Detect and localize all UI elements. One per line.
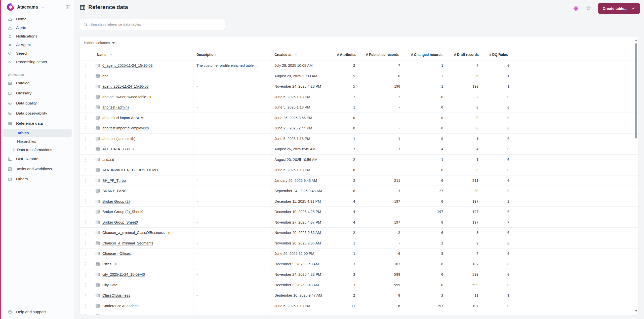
table-name-link[interactable]: Conference Attendees [102, 304, 139, 308]
table-name-link[interactable]: city_2025-11-24_15-09-40 [102, 272, 145, 276]
row-menu-kebab-icon[interactable] [80, 175, 92, 186]
row-menu-kebab-icon[interactable] [80, 155, 92, 165]
table-name-link[interactable]: aho test (jane.smith) [102, 137, 135, 141]
row-created-at-cell: June 25, 2025 3:56 PM [271, 113, 334, 123]
row-menu-kebab-icon[interactable] [80, 249, 92, 259]
row-menu-kebab-icon[interactable] [80, 144, 92, 154]
header-cell-dq-rules[interactable]: # DQ Rules [486, 49, 517, 60]
table-name-link[interactable]: ClassOfBusiness [102, 293, 130, 297]
row-menu-kebab-icon[interactable] [80, 81, 92, 92]
row-name-cell: Broker Group (2)_Sheet0 [92, 207, 193, 217]
table-name-link[interactable]: 0_agent_2025-11-24_15-10-03 [102, 63, 153, 67]
row-menu-kebab-icon[interactable] [80, 228, 92, 238]
row-menu-kebab-icon[interactable] [80, 196, 92, 207]
header-cell-published-records[interactable]: # Published records [363, 49, 408, 60]
sidebar-item-tasks-workflows[interactable]: Tasks and workflows [0, 164, 74, 174]
row-menu-kebab-icon[interactable] [80, 113, 92, 123]
table-row: aho od_owner owned table - June 5, 2025 … [80, 92, 638, 102]
sidebar-item-reference-data[interactable]: Reference data [0, 118, 74, 128]
row-created-at-cell [271, 311, 334, 315]
sidebar-item-search[interactable]: Search [0, 49, 74, 58]
table-name-link[interactable]: ALL_DATA_TYPES [102, 147, 134, 151]
row-published-cell: 197 [363, 217, 408, 228]
table-name-link[interactable]: asdasd [102, 158, 114, 162]
row-dq-rules-cell: 0 [486, 207, 517, 217]
favorite-star-icon[interactable] [585, 5, 592, 12]
sidebar-item-notifications[interactable]: Notifications [0, 32, 74, 41]
row-published-cell: - [363, 155, 408, 165]
row-menu-kebab-icon[interactable] [80, 238, 92, 249]
table-name-link[interactable]: aho test ci import ALBUM [102, 116, 144, 120]
row-menu-kebab-icon[interactable] [80, 301, 92, 311]
row-menu-kebab-icon[interactable] [80, 269, 92, 280]
row-draft-cell: 599 [451, 269, 486, 280]
table-name-link[interactable]: Chaucer - Offices [102, 252, 131, 256]
table-name-link[interactable]: ATA_INVALID_RECORDS_DEMO [102, 168, 158, 172]
ai-assistant-diamond-icon[interactable] [573, 5, 579, 12]
sidebar-item-home[interactable]: Home [0, 15, 74, 23]
row-menu-kebab-icon[interactable] [80, 123, 92, 133]
row-menu-kebab-icon[interactable] [80, 165, 92, 175]
header-cell-changed-records[interactable]: # Changed records [408, 49, 451, 60]
table-name-link[interactable]: Chaucer_a_minimal_Segments [102, 241, 153, 245]
sidebar-item-data-observability[interactable]: Data observability [0, 108, 74, 118]
row-menu-kebab-icon[interactable] [80, 217, 92, 228]
row-menu-kebab-icon[interactable] [80, 311, 92, 315]
header-cell-created-at[interactable]: Created at [271, 49, 334, 60]
sidebar-item-one-reports[interactable]: ONE Reports [0, 154, 74, 164]
table-name-link[interactable]: Cities [102, 262, 111, 266]
sidebar-item-others[interactable]: Others [0, 174, 74, 184]
table-name-link[interactable]: Chaucer_a_minimal_ClassOfBusiness [102, 231, 165, 235]
row-attributes-cell: 5 [334, 71, 363, 81]
sidebar-item-ai-agent[interactable]: AI Agent [0, 41, 74, 49]
table-name-link[interactable]: Broker Group (2) [102, 199, 130, 203]
header-cell-draft-records[interactable]: # Draft records [451, 49, 486, 60]
header-cell-attributes[interactable]: # Attributes [334, 49, 363, 60]
sidebar-subitem-hierarchies[interactable]: Hierarchies [0, 137, 74, 146]
help-and-support-button[interactable]: Help and support [0, 305, 74, 319]
table-name-link[interactable]: City Data [102, 283, 117, 287]
row-menu-kebab-icon[interactable] [80, 290, 92, 301]
help-icon [8, 310, 12, 314]
row-menu-kebab-icon[interactable] [80, 280, 92, 290]
table-name-link[interactable]: abc [102, 74, 108, 78]
row-menu-kebab-icon[interactable] [80, 186, 92, 196]
sidebar-item-processing-center[interactable]: Processing center [0, 58, 74, 66]
table-name-link[interactable]: aho test import ci employees [102, 126, 149, 130]
scroll-down-arrow-icon[interactable] [635, 310, 637, 312]
hidden-columns-caret-icon[interactable] [112, 42, 115, 44]
row-description-cell: - [193, 217, 271, 228]
table-name-link[interactable]: aho test (admin) [102, 105, 129, 109]
scrollbar-thumb[interactable] [635, 43, 637, 138]
sidebar-subitem-data-transformations[interactable]: Data transformations [0, 146, 74, 154]
row-menu-kebab-icon[interactable] [80, 207, 92, 217]
sidebar-subitem-tables[interactable]: Tables [3, 129, 72, 137]
create-table-button[interactable]: Create table... [598, 3, 640, 14]
workspace-switcher-chevron-icon[interactable] [41, 6, 45, 9]
row-menu-kebab-icon[interactable] [80, 71, 92, 81]
sidebar-item-data-quality[interactable]: Data quality [0, 98, 74, 108]
hidden-columns-dropdown[interactable]: Hidden columns [84, 41, 110, 45]
row-menu-kebab-icon[interactable] [80, 259, 92, 269]
header-cell-name[interactable]: Name [92, 49, 193, 60]
table-name-link[interactable]: BRANY_FANS [102, 189, 127, 193]
row-menu-kebab-icon[interactable] [80, 134, 92, 144]
row-menu-kebab-icon[interactable] [80, 92, 92, 102]
sidebar-item-glossary[interactable]: Glossary [0, 88, 74, 98]
row-menu-kebab-icon[interactable] [80, 102, 92, 113]
sidebar-collapse-icon[interactable] [65, 5, 71, 10]
row-created-at-cell: November 27, 2025 4:37 PM [271, 217, 334, 228]
sidebar-item-catalog[interactable]: Catalog [0, 78, 74, 88]
scroll-up-arrow-icon[interactable] [635, 39, 637, 41]
table-name-link[interactable]: agent_2025-11-24_15-10-03 [102, 84, 149, 88]
row-description-cell: - [193, 301, 271, 311]
table-name-link[interactable]: Broker Group_Sheet0 [102, 220, 138, 224]
row-menu-kebab-icon[interactable] [80, 60, 92, 71]
sidebar-item-alerts[interactable]: Alerts [0, 23, 74, 32]
table-grid-icon [95, 147, 100, 152]
table-name-link[interactable]: aho od_owner owned table [102, 95, 146, 99]
table-name-link[interactable]: Broker Group (2)_Sheet0 [102, 210, 143, 214]
search-input[interactable] [90, 22, 222, 26]
table-name-link[interactable]: BH_PP_Turbo [102, 179, 126, 183]
header-cell-description[interactable]: Description [193, 49, 271, 60]
